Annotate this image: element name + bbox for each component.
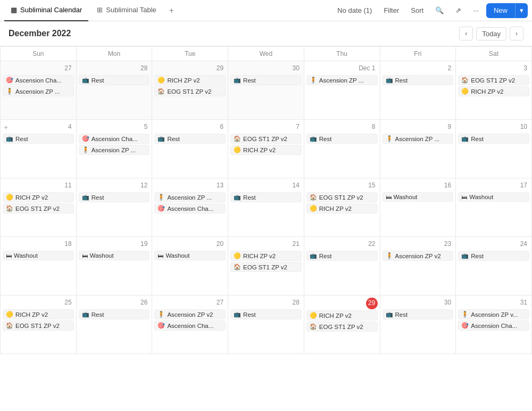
tab-table[interactable]: ⊞ Subliminal Table xyxy=(90,0,162,21)
calendar-event[interactable]: 📺Rest xyxy=(383,309,454,319)
cal-cell: 22📺Rest xyxy=(304,237,380,295)
date-number: 18 xyxy=(62,239,73,250)
calendar-event[interactable]: 🏠EOG ST1 ZP v2 xyxy=(3,203,74,213)
calendar-event[interactable]: 🟡RICH ZP v2 xyxy=(458,86,529,96)
calendar-event[interactable]: 🟡RICH ZP v2 xyxy=(3,309,74,319)
cal-cell: 21🟡RICH ZP v2🏠EOG ST1 ZP v2 xyxy=(228,237,304,295)
event-label: Rest xyxy=(15,136,28,142)
calendar-event[interactable]: 🟡RICH ZP v2 xyxy=(230,145,302,155)
calendar-event[interactable]: 🎯Ascension Cha... xyxy=(154,320,226,331)
calendar-event[interactable]: 🟡RICH ZP v2 xyxy=(3,192,74,202)
link-button[interactable]: ⇗ xyxy=(451,4,466,17)
calendar-event[interactable]: 🏠EOG ST1 ZP v2 xyxy=(3,320,74,331)
event-label: RICH ZP v2 xyxy=(243,147,276,153)
calendar-event[interactable]: 🧍Ascension ZP v2 xyxy=(154,309,226,319)
tv-icon: 📺 xyxy=(386,311,393,318)
date-number: 5 xyxy=(142,122,150,133)
yellow-icon: 🟡 xyxy=(234,146,241,153)
calendar-event[interactable]: 🟡RICH ZP v2 xyxy=(154,75,226,85)
calendar-event[interactable]: 📺Rest xyxy=(458,251,529,261)
calendar-event[interactable]: 🟡RICH ZP v2 xyxy=(230,251,302,261)
yellow-icon: 🟡 xyxy=(6,311,13,318)
calendar-event[interactable]: 🧍Ascension ZP v2 xyxy=(383,251,454,261)
calendar-event[interactable]: 🎯Ascension Cha... xyxy=(3,75,74,85)
calendar-event[interactable]: 📺Rest xyxy=(306,251,378,261)
calendar-event[interactable]: 🛏Washout xyxy=(383,192,454,202)
top-nav: ▦ Subliminal Calendar ⊞ Subliminal Table… xyxy=(0,0,532,21)
more-button[interactable]: ··· xyxy=(469,4,483,17)
cal-cell: 27🎯Ascension Cha...🧍Ascension ZP ... xyxy=(1,61,77,120)
calendar-event[interactable]: 📺Rest xyxy=(458,134,529,144)
calendar-event[interactable]: 📺Rest xyxy=(79,192,150,202)
calendar-event[interactable]: 🧍Ascension ZP ... xyxy=(383,134,454,144)
event-label: EOG ST1 ZP v2 xyxy=(243,136,287,142)
house-icon: 🏠 xyxy=(6,205,13,212)
calendar-event[interactable]: 🟡RICH ZP v2 xyxy=(306,310,378,320)
calendar-event[interactable]: 🎯Ascension Cha... xyxy=(79,134,150,144)
calendar-event[interactable]: 📺Rest xyxy=(79,309,150,319)
tv-icon: 📺 xyxy=(82,77,89,84)
calendar-event[interactable]: 🧍Ascension ZP v... xyxy=(458,309,529,319)
calendar-event[interactable]: 🎯Ascension Cha... xyxy=(154,203,226,213)
calendar-event[interactable]: 🟡RICH ZP v2 xyxy=(306,203,378,213)
event-label: RICH ZP v2 xyxy=(243,253,276,259)
calendar-event[interactable]: 🏠EOG ST1 ZP v2 xyxy=(306,192,378,202)
tab-calendar[interactable]: ▦ Subliminal Calendar xyxy=(4,0,88,21)
calendar-event[interactable]: 📺Rest xyxy=(79,75,150,85)
calendar-event[interactable]: 🧍Ascension ZP ... xyxy=(306,75,378,85)
new-button-main[interactable]: New xyxy=(486,3,515,18)
no-date-button[interactable]: No date (1) xyxy=(333,4,376,17)
event-label: Ascension Cha... xyxy=(15,77,62,84)
calendar-event[interactable]: 🎯Ascension Cha... xyxy=(458,320,529,331)
event-label: Washout xyxy=(165,252,189,259)
house-icon: 🏠 xyxy=(461,77,469,84)
event-label: Rest xyxy=(92,194,104,201)
calendar-event[interactable]: 🛏Washout xyxy=(79,251,150,260)
event-label: Washout xyxy=(469,194,493,200)
new-button-arrow[interactable]: ▾ xyxy=(515,3,528,18)
calendar-event[interactable]: 🧍Ascension ZP ... xyxy=(79,145,150,155)
calendar-event[interactable]: 📺Rest xyxy=(306,134,378,144)
prev-month-button[interactable]: ‹ xyxy=(459,27,473,40)
house-icon: 🏠 xyxy=(6,322,13,329)
calendar-event[interactable]: 📺Rest xyxy=(230,75,302,85)
cal-cell: 14📺Rest xyxy=(228,178,304,237)
calendar-event[interactable]: 🏠EOG ST1 ZP v2 xyxy=(154,86,226,96)
calendar-event[interactable]: 🏠EOG ST1 ZP v2 xyxy=(230,262,302,272)
calendar-event[interactable]: 📺Rest xyxy=(230,192,302,202)
add-tab-button[interactable]: + xyxy=(165,6,178,15)
today-button[interactable]: Today xyxy=(476,27,506,40)
calendar-event[interactable]: 🛏Washout xyxy=(458,192,529,202)
date-number: 9 xyxy=(446,122,454,133)
date-number: 7 xyxy=(294,122,302,133)
event-label: Ascension ZP v2 xyxy=(167,311,213,318)
filter-button[interactable]: Filter xyxy=(379,4,403,17)
cal-cell: 29🟡RICH ZP v2🏠EOG ST1 ZP v2 xyxy=(304,295,380,354)
calendar-event[interactable]: 🛏Washout xyxy=(154,251,226,260)
day-header-wed: Wed xyxy=(228,47,304,61)
calendar-event[interactable]: 📺Rest xyxy=(383,75,454,85)
search-button[interactable]: 🔍 xyxy=(431,4,448,17)
calendar-event[interactable]: 🏠EOG ST1 ZP v2 xyxy=(230,134,302,144)
calendar-event[interactable]: 🛏Washout xyxy=(3,251,74,260)
calendar-event[interactable]: 🧍Ascension ZP ... xyxy=(154,192,226,202)
calendar-event[interactable]: 🏠EOG ST1 ZP v2 xyxy=(458,75,529,85)
event-label: Rest xyxy=(471,253,484,259)
event-label: RICH ZP v2 xyxy=(471,88,503,95)
event-label: RICH ZP v2 xyxy=(319,313,352,319)
calendar-event[interactable]: 🏠EOG ST1 ZP v2 xyxy=(306,322,378,332)
event-label: Washout xyxy=(90,252,114,259)
calendar-event[interactable]: 🧍Ascension ZP ... xyxy=(3,86,74,96)
cal-cell: 16🛏Washout xyxy=(380,178,456,237)
day-header-sat: Sat xyxy=(456,47,532,61)
cal-cell: 30📺Rest xyxy=(380,295,456,354)
calendar-event[interactable]: 📺Rest xyxy=(230,309,302,319)
cal-cell: 10📺Rest xyxy=(456,120,532,178)
next-month-button[interactable]: › xyxy=(510,27,523,40)
calendar-event[interactable]: 📺Rest xyxy=(3,134,74,144)
date-number: 30 xyxy=(442,298,453,308)
calendar-event[interactable]: 📺Rest xyxy=(154,134,226,144)
cell-add-button[interactable]: + xyxy=(3,122,9,133)
date-number: 28 xyxy=(138,63,149,74)
sort-button[interactable]: Sort xyxy=(406,4,428,17)
